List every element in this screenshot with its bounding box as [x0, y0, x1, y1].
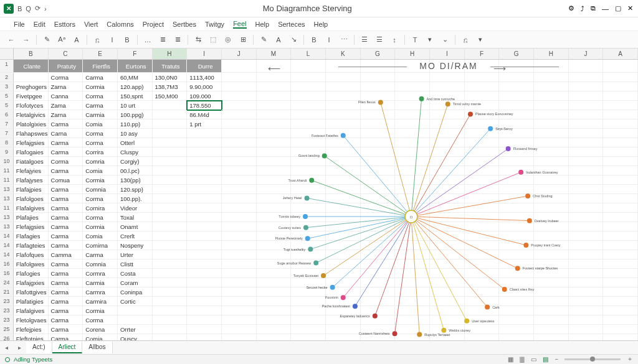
cell[interactable]: Carma — [49, 147, 83, 157]
empty-cell[interactable] — [257, 278, 292, 287]
cell[interactable] — [187, 334, 222, 340]
empty-cell[interactable] — [222, 250, 257, 259]
empty-cell[interactable] — [326, 91, 361, 101]
empty-cell[interactable] — [534, 222, 569, 231]
empty-cell[interactable] — [499, 147, 534, 157]
cell[interactable]: 120.spp) — [118, 185, 153, 194]
zoom-out-icon[interactable]: − — [555, 356, 558, 363]
cell[interactable]: Fleftotpies — [14, 334, 49, 340]
empty-cell[interactable] — [499, 241, 534, 250]
empty-cell[interactable] — [569, 73, 604, 82]
empty-cell[interactable] — [257, 185, 292, 194]
cell[interactable]: Corma — [83, 129, 118, 138]
row-header[interactable]: 16 — [0, 259, 14, 269]
table-header-cell[interactable]: Pratuty — [49, 60, 83, 73]
empty-cell[interactable] — [465, 241, 500, 250]
cell[interactable] — [153, 110, 188, 119]
empty-cell[interactable] — [395, 325, 430, 334]
cell[interactable]: 00.l.pc) — [118, 166, 153, 175]
col-header-J[interactable]: J — [569, 49, 604, 59]
cell[interactable]: Flafofques — [14, 250, 49, 259]
cell[interactable]: 1 prt — [187, 119, 222, 129]
empty-cell[interactable] — [569, 278, 604, 287]
empty-cell[interactable] — [222, 194, 257, 203]
cell[interactable] — [153, 325, 188, 334]
empty-cell[interactable] — [222, 213, 257, 222]
cell[interactable]: Flafajyses — [14, 175, 49, 185]
empty-cell[interactable] — [395, 334, 430, 340]
empty-cell[interactable] — [465, 259, 500, 269]
empty-cell[interactable] — [465, 129, 500, 138]
empty-cell[interactable] — [534, 91, 569, 101]
empty-cell[interactable] — [603, 325, 638, 334]
row-header[interactable]: 23 — [0, 297, 14, 306]
empty-cell[interactable] — [430, 334, 465, 340]
cell[interactable]: Corma — [83, 91, 118, 101]
cell[interactable]: Carma — [49, 325, 83, 334]
cell[interactable]: Preghogers — [14, 82, 49, 91]
empty-cell[interactable] — [603, 175, 638, 185]
empty-cell[interactable] — [222, 157, 257, 166]
cell[interactable] — [153, 203, 188, 213]
empty-cell[interactable] — [222, 297, 257, 306]
toolbar-btn-20[interactable]: ✎ — [259, 35, 269, 45]
cell[interactable]: 60,MM — [118, 73, 153, 82]
qa-save[interactable]: B — [17, 5, 22, 12]
empty-cell[interactable] — [291, 101, 326, 110]
empty-cell[interactable] — [499, 73, 534, 82]
empty-cell[interactable] — [395, 287, 430, 297]
cell[interactable]: Corma — [83, 213, 118, 222]
menu-sertbes[interactable]: Sertbes — [173, 21, 196, 28]
empty-cell[interactable] — [222, 306, 257, 315]
empty-cell[interactable] — [326, 315, 361, 325]
empty-cell[interactable] — [326, 129, 361, 138]
empty-cell[interactable] — [465, 269, 500, 278]
empty-cell[interactable] — [430, 175, 465, 185]
empty-cell[interactable] — [534, 166, 569, 175]
empty-cell[interactable] — [465, 334, 500, 340]
toolbar-btn-4[interactable]: Aᵃ — [57, 35, 67, 45]
empty-cell[interactable] — [291, 185, 326, 194]
cell[interactable]: 109.000 — [187, 91, 222, 101]
empty-cell[interactable] — [326, 157, 361, 166]
row-header[interactable]: 7 — [0, 129, 14, 138]
cell[interactable]: 110.pp) — [118, 119, 153, 129]
empty-cell[interactable] — [257, 194, 292, 203]
empty-cell[interactable] — [395, 166, 430, 175]
empty-cell[interactable] — [222, 203, 257, 213]
empty-cell[interactable] — [534, 241, 569, 250]
cell[interactable]: Comnia — [83, 259, 118, 269]
empty-cell[interactable] — [569, 175, 604, 185]
toolbar-btn-33[interactable]: ▾ — [425, 35, 435, 45]
cell[interactable] — [187, 147, 222, 157]
empty-cell[interactable] — [499, 203, 534, 213]
cell[interactable]: Corma — [49, 157, 83, 166]
zoom-slider[interactable] — [564, 358, 621, 360]
empty-cell[interactable] — [569, 157, 604, 166]
cell[interactable] — [153, 138, 188, 147]
empty-cell[interactable] — [603, 147, 638, 157]
toolbar-btn-32[interactable]: T — [410, 35, 420, 45]
empty-cell[interactable] — [603, 213, 638, 222]
empty-cell[interactable] — [430, 278, 465, 287]
cell[interactable]: Fletolgvaes — [14, 315, 49, 325]
empty-cell[interactable] — [430, 241, 465, 250]
empty-cell[interactable] — [499, 306, 534, 315]
empty-cell[interactable] — [499, 213, 534, 222]
empty-cell[interactable] — [534, 231, 569, 241]
restore-icon[interactable]: ▢ — [615, 4, 621, 12]
cell[interactable]: Ouscy — [118, 334, 153, 340]
empty-cell[interactable] — [326, 269, 361, 278]
toolbar-btn-37[interactable]: ▾ — [475, 35, 485, 45]
empty-cell[interactable] — [361, 82, 396, 91]
empty-cell[interactable] — [465, 325, 500, 334]
col-header-J[interactable]: J — [222, 49, 257, 59]
cell[interactable]: Cortic — [118, 297, 153, 306]
col-header-H[interactable]: H — [395, 49, 430, 59]
empty-cell[interactable] — [257, 129, 292, 138]
empty-cell[interactable] — [395, 129, 430, 138]
cell[interactable] — [187, 231, 222, 241]
row-header[interactable]: 2 — [0, 73, 14, 82]
empty-cell[interactable] — [465, 119, 500, 129]
empty-cell[interactable] — [291, 166, 326, 175]
